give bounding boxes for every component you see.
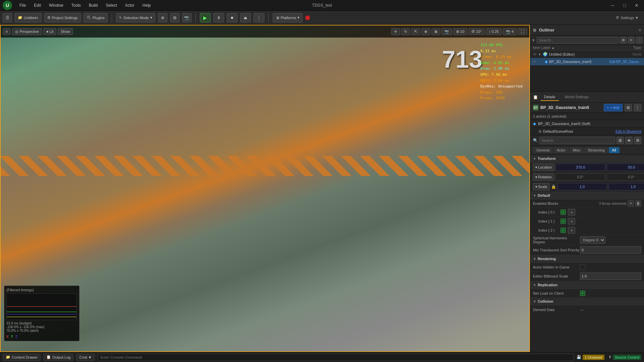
outliner-bp-item[interactable]: 👁 ◆ BP_3D_Gaussians_train5 Edit BP_3D_Ga…: [530, 58, 644, 65]
world-settings-tab[interactable]: World Settings: [561, 94, 592, 101]
filter-misc[interactable]: Misc: [570, 147, 584, 153]
filter-all[interactable]: All: [609, 147, 620, 153]
scale-button[interactable]: ⇱: [411, 28, 420, 35]
add-component-button[interactable]: + + Add: [604, 104, 623, 111]
camera-speed-button[interactable]: 📷: [441, 28, 452, 35]
rotation-y-field[interactable]: [606, 173, 644, 181]
index-0-checkbox[interactable]: ✓: [560, 209, 566, 215]
selection-mode-button[interactable]: ↖ Selection Mode ▾: [116, 13, 155, 22]
grid-snap-button[interactable]: ⊞: [170, 13, 179, 22]
replication-section-header[interactable]: ▼ Replication: [530, 281, 644, 289]
camera-count-button[interactable]: 📷 4: [503, 28, 517, 35]
scale-x-field[interactable]: [557, 183, 607, 190]
plugins-button[interactable]: 🔌 Plugins: [84, 13, 108, 22]
play-button[interactable]: ▶: [200, 13, 211, 22]
outliner-search-input[interactable]: [537, 37, 619, 44]
actor-hidden-checkbox[interactable]: [580, 264, 585, 270]
snap-button[interactable]: ⊕: [158, 13, 167, 22]
show-button[interactable]: Show: [58, 28, 73, 35]
hamburger-menu-button[interactable]: ☰: [3, 13, 12, 22]
camera-button[interactable]: 📷: [182, 13, 192, 22]
default-section-header[interactable]: ▼ Default: [530, 192, 644, 199]
filter-general[interactable]: General: [533, 147, 553, 153]
menu-file[interactable]: File: [17, 2, 28, 8]
lit-button[interactable]: ● Lit: [43, 28, 56, 35]
index-2-dropdown[interactable]: ▾: [568, 227, 575, 234]
project-settings-button[interactable]: ⚙ Project Settings: [44, 13, 81, 22]
surface-snapping-button[interactable]: ⊠: [431, 28, 440, 35]
world-local-button[interactable]: ⊕: [421, 28, 430, 35]
filter-streaming[interactable]: Streaming: [584, 147, 608, 153]
array-delete-button[interactable]: 🗑: [635, 200, 641, 206]
scale-snap-button[interactable]: ↕ 0.25: [486, 28, 502, 35]
menu-help[interactable]: Help: [141, 2, 153, 8]
outliner-more-button[interactable]: ⋮: [636, 37, 643, 44]
viewport-menu-button[interactable]: ≡: [3, 28, 11, 35]
component-options-button[interactable]: ⋮: [634, 104, 641, 111]
details-tab[interactable]: Details: [541, 94, 559, 101]
location-y-field[interactable]: [607, 164, 644, 171]
net-load-checkbox[interactable]: ✓: [580, 291, 585, 296]
more-play-options[interactable]: ⋮: [254, 13, 264, 22]
component-view-button[interactable]: ⊞: [625, 104, 632, 111]
filter-actor[interactable]: Actor: [553, 147, 569, 153]
cmd-button[interactable]: Cmd ▼: [76, 354, 95, 361]
edit-blueprint-link[interactable]: Edit in Blueprint: [615, 129, 641, 133]
transform-section-header[interactable]: ▼ Transform: [530, 155, 644, 163]
pause-button[interactable]: ⏸: [213, 13, 224, 22]
billboard-scale-input[interactable]: [580, 273, 641, 280]
scale-label-button[interactable]: ▾ Scale: [533, 183, 550, 190]
array-add-button[interactable]: +: [628, 200, 634, 206]
search-filter-button[interactable]: ⊞: [616, 137, 624, 144]
index-2-checkbox[interactable]: ✓: [560, 228, 566, 233]
outliner-world-item[interactable]: 👁 ▼ 🌍 Untitled (Editor) World: [530, 51, 644, 58]
index-1-dropdown[interactable]: ▾: [568, 218, 575, 225]
settings-button[interactable]: ⚙ Settings ▼: [613, 14, 641, 21]
maximize-button[interactable]: □: [620, 2, 629, 9]
details-search-input[interactable]: [539, 137, 615, 144]
menu-tools[interactable]: Tools: [69, 2, 83, 8]
content-drawer-button[interactable]: 📁 Content Drawer: [3, 354, 41, 361]
rotation-x-field[interactable]: [555, 173, 605, 181]
index-0-dropdown[interactable]: ▾: [568, 209, 575, 216]
rotate-button[interactable]: ↻: [401, 28, 410, 35]
default-scene-root-row[interactable]: ⊕ DefaultSceneRoot Edit in Blueprint: [530, 128, 644, 135]
perspective-button[interactable]: ◎ Perspective: [12, 28, 42, 35]
scale-lock-icon[interactable]: 🔒: [551, 184, 556, 189]
eye-icon-bp[interactable]: 👁: [533, 60, 537, 64]
location-x-field[interactable]: [556, 164, 605, 171]
output-log-button[interactable]: 📋 Output Log: [43, 354, 73, 361]
actor-self-row[interactable]: ◆ BP_3D_Gaussians_train5 (Self): [530, 120, 644, 128]
min-translucent-input[interactable]: [580, 246, 641, 254]
outliner-columns-button[interactable]: ≡: [628, 37, 635, 44]
angle-button[interactable]: ⦿ 10°: [468, 28, 485, 35]
index-1-checkbox[interactable]: ✓: [560, 219, 566, 224]
minimize-button[interactable]: ─: [608, 2, 617, 9]
eject-button[interactable]: ⏏: [240, 13, 251, 22]
maximize-viewport-button[interactable]: ⛶: [518, 28, 527, 35]
stop-button[interactable]: ■: [227, 13, 237, 22]
ue-logo[interactable]: U: [3, 1, 12, 10]
outliner-close-button[interactable]: ×: [639, 27, 641, 33]
menu-window[interactable]: Window: [47, 2, 65, 8]
spherical-harmonics-dropdown[interactable]: Degree 0 Degree 1 Degree 2 Degree 3: [580, 236, 605, 244]
translate-button[interactable]: ✛: [391, 28, 400, 35]
search-bookmark-button[interactable]: ★: [625, 137, 633, 144]
menu-select[interactable]: Select: [104, 2, 119, 8]
grid-size-button[interactable]: ⊞ 10: [453, 28, 467, 35]
rotation-label-button[interactable]: ▾ Rotation: [533, 173, 554, 181]
location-label-button[interactable]: ▾ Location: [533, 164, 554, 171]
menu-build[interactable]: Build: [87, 2, 100, 8]
collision-section-header[interactable]: ▼ Collision: [530, 298, 644, 305]
scale-y-field[interactable]: [608, 183, 644, 190]
platforms-button[interactable]: 🖥 Platforms ▾: [273, 13, 303, 22]
eye-icon-world[interactable]: 👁: [533, 52, 537, 56]
console-input[interactable]: [98, 354, 574, 361]
outliner-settings-button[interactable]: ⚙: [620, 37, 627, 44]
close-button[interactable]: ✕: [632, 2, 641, 9]
viewport[interactable]: 713 ≡ ◎ Perspective ● Lit Show ✛ ↻ ⇱ ⊕ ⊠: [0, 25, 530, 352]
project-button[interactable]: 📁 Untitled+: [15, 13, 42, 22]
search-settings-button[interactable]: ⚙: [634, 137, 641, 144]
menu-actor[interactable]: Actor: [123, 2, 137, 8]
rendering-section-header[interactable]: ▼ Rendering: [530, 255, 644, 263]
